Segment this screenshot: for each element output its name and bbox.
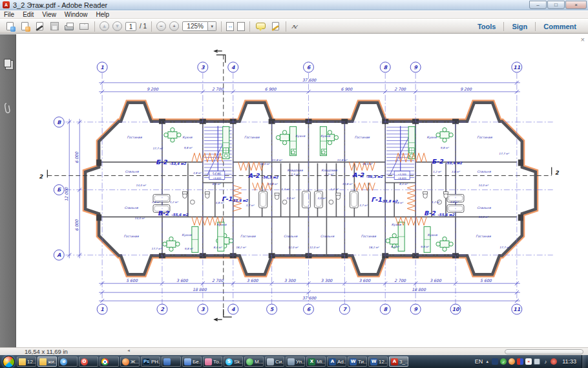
toolbar-separator [94,21,95,32]
fit-width-button[interactable]: ↔ [226,22,234,31]
taskbar-button[interactable]: 12... [17,356,36,367]
toolbar: ▲ ▼ 1 / 1 − + 125% ▼ ↔ ↗↙ Tools Sign Com… [0,19,588,34]
menu-help[interactable]: Help [96,11,109,18]
open-file-button[interactable] [4,21,16,32]
close-find-icon[interactable]: × [581,36,585,43]
dimension-label: 6 000 [74,219,79,231]
fill-sign-button[interactable] [34,21,45,32]
fit-page-button[interactable] [237,22,245,31]
speaker-tray-icon[interactable]: ♪ [542,358,549,365]
print-button[interactable] [63,21,75,32]
save-button[interactable] [48,21,60,32]
kitchen-sink [322,151,325,154]
dimension-label: 6 900 [341,87,353,91]
zoom-dropdown-button[interactable]: ▼ [208,21,216,31]
taskbar-button[interactable]: М... [244,356,264,367]
minimize-button[interactable]: – [529,1,547,9]
menu-view[interactable]: View [42,11,56,18]
maximize-button[interactable]: □ [547,1,565,9]
comment-panel-button[interactable]: Comment [536,23,584,30]
kitchen-chair [334,135,338,139]
email-button[interactable] [78,21,90,32]
taskbar-button[interactable]: XMi... [306,356,326,367]
taskbar-button[interactable]: То... [203,356,222,367]
grid-letter: В [57,120,61,125]
room-label: Гостиная [240,235,256,238]
title-bar[interactable]: A 3_2 Этаж.pdf - Adobe Reader – □ × [0,0,588,10]
flag-tray-icon[interactable]: × [525,358,532,365]
pdf-page[interactable]: 112334456678899101111ВБА37 6009 2002 700… [17,34,588,347]
taskbar-button[interactable]: AAd... [327,356,346,367]
tray-expand-icon[interactable]: ▲ [485,360,489,363]
room-area-label: 11,8 м² [272,158,283,162]
taskbar-button[interactable]: Си... [265,356,284,367]
wall-pier [96,214,101,221]
shieldg-tray-icon[interactable]: ✓ [500,358,507,365]
apartment-area-label: -53,4 м2 [169,162,187,166]
sticky-note-button[interactable] [255,21,266,32]
show-desktop-button[interactable] [582,355,586,368]
sign-panel-button[interactable]: Sign [504,23,535,30]
taskbar-button[interactable]: WТи... [348,356,367,367]
save-icon [50,22,59,30]
horizontal-scrollbar[interactable] [505,349,583,354]
taskbar-button-label: Ти... [358,359,367,365]
highlight-button[interactable] [269,21,281,32]
close-button[interactable]: × [565,1,587,9]
room-label: Спальня [320,235,335,238]
taskbar-button[interactable]: Ж... [120,356,140,367]
taskbar-button[interactable]: Уп... [286,356,305,367]
tools-panel-button[interactable]: Tools [470,23,504,30]
attachments-icon[interactable] [2,102,12,116]
page-thumbnails-icon[interactable] [4,59,11,67]
taskbar-button[interactable]: W12... [368,356,388,367]
taskbar-button[interactable] [162,356,181,367]
taskbar-button[interactable]: Бе... [182,356,202,367]
kitchen-chair [169,247,173,251]
scroll-left-icon[interactable]: ◄ [127,349,131,352]
zoom-level-input[interactable]: 125% [182,21,208,31]
start-button[interactable] [3,356,15,368]
taskbar-button[interactable]: A3_... [389,356,408,367]
room-label: Спальня [125,170,139,173]
system-tray: EN ▲ ✓×♪ 11:33 [475,355,587,368]
taskbar-clock[interactable]: 11:33 [562,358,576,365]
room-label: Кухня [427,136,437,139]
chair-tray-icon[interactable] [492,358,498,365]
taskbar-button[interactable]: PsPH... [141,356,160,367]
document-size-label: 16,54 x 11,69 in [25,348,68,355]
word-icon: W [370,358,377,365]
expand-toolbar-button[interactable]: ↗↙ [291,23,297,30]
zoom-out-button[interactable]: − [156,21,166,31]
dimension-label: 12 000 [64,187,68,202]
room-area-label: 3,7 м² [359,204,368,207]
taskbar-button[interactable] [100,356,119,367]
room-label: Кладовая [287,169,303,172]
kitchen-chair [164,133,168,136]
taskbar-button-label: Бе... [193,359,202,365]
previous-page-button[interactable]: ▲ [100,21,109,31]
shieldr-tray-icon[interactable] [551,358,557,365]
kitchen-chair [449,133,453,136]
floppy2-icon [205,358,212,365]
menu-file[interactable]: File [4,11,14,18]
pdf-create-button[interactable] [19,21,30,32]
taskbar-button[interactable]: SSk... [224,356,243,367]
monitor-tray-icon[interactable] [534,358,540,365]
orange-tray-icon[interactable] [509,358,515,365]
redblue-tray-icon[interactable] [517,358,523,365]
zoom-in-button[interactable]: + [169,21,179,31]
pdf-app-icon: A [3,1,10,8]
page-number-input[interactable]: 1 [125,22,136,31]
next-page-button[interactable]: ▼ [112,21,122,31]
taskbar-button[interactable]: O [79,356,98,367]
menu-window[interactable]: Window [65,11,88,18]
toilet-tank [423,191,428,193]
taskbar-button-label: Sk... [234,359,243,365]
language-indicator[interactable]: EN [475,358,483,365]
taskbar-button[interactable]: жи... [37,356,57,367]
taskbar-button[interactable]: e [58,356,78,367]
menu-edit[interactable]: Edit [23,11,34,18]
greenm-icon [246,358,253,365]
room-area-label: 3,0 м² [317,197,326,200]
